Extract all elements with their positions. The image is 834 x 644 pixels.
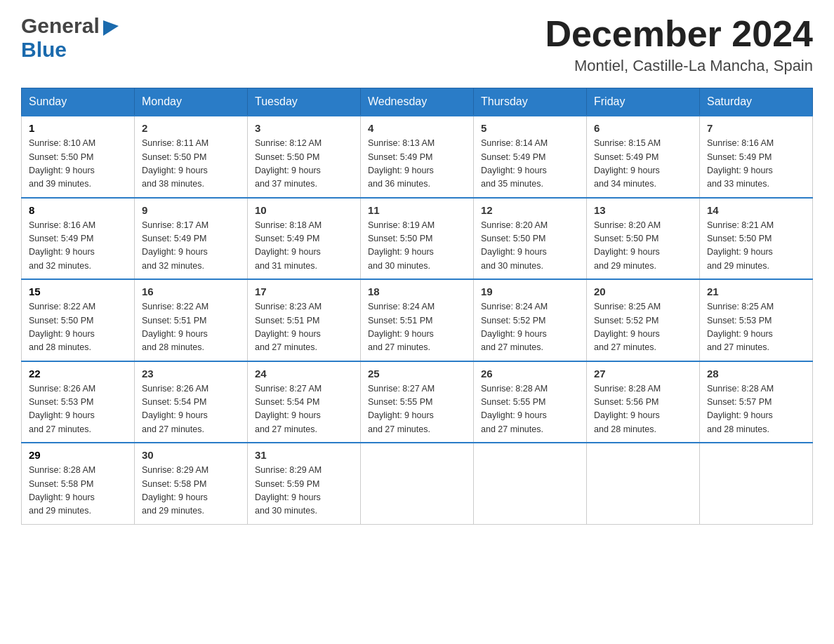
day-info: Sunrise: 8:24 AM Sunset: 5:52 PM Dayligh…	[481, 300, 579, 355]
calendar-cell: 23 Sunrise: 8:26 AM Sunset: 5:54 PM Dayl…	[135, 361, 248, 443]
calendar-week-row: 15 Sunrise: 8:22 AM Sunset: 5:50 PM Dayl…	[22, 279, 813, 361]
day-number: 8	[29, 204, 127, 216]
day-number: 24	[255, 368, 353, 380]
day-number: 12	[481, 204, 579, 216]
calendar-cell: 10 Sunrise: 8:18 AM Sunset: 5:49 PM Dayl…	[248, 198, 361, 280]
col-wednesday: Wednesday	[361, 88, 474, 116]
day-info: Sunrise: 8:13 AM Sunset: 5:49 PM Dayligh…	[368, 137, 466, 192]
calendar-cell: 13 Sunrise: 8:20 AM Sunset: 5:50 PM Dayl…	[587, 198, 700, 280]
day-number: 14	[707, 204, 805, 216]
calendar-week-row: 8 Sunrise: 8:16 AM Sunset: 5:49 PM Dayli…	[22, 198, 813, 280]
day-number: 17	[255, 286, 353, 297]
day-number: 21	[707, 286, 805, 297]
month-title: December 2024	[545, 14, 813, 54]
day-number: 30	[142, 449, 240, 461]
calendar-cell: 2 Sunrise: 8:11 AM Sunset: 5:50 PM Dayli…	[135, 116, 248, 198]
day-number: 22	[29, 368, 127, 380]
day-number: 7	[707, 122, 805, 134]
calendar-cell: 4 Sunrise: 8:13 AM Sunset: 5:49 PM Dayli…	[361, 116, 474, 198]
day-number: 26	[481, 368, 579, 380]
day-info: Sunrise: 8:21 AM Sunset: 5:50 PM Dayligh…	[707, 219, 805, 274]
calendar-cell: 1 Sunrise: 8:10 AM Sunset: 5:50 PM Dayli…	[22, 116, 135, 198]
day-number: 25	[368, 368, 466, 380]
day-number: 19	[481, 286, 579, 297]
calendar-week-row: 29 Sunrise: 8:28 AM Sunset: 5:58 PM Dayl…	[22, 443, 813, 524]
calendar-cell: 31 Sunrise: 8:29 AM Sunset: 5:59 PM Dayl…	[248, 443, 361, 524]
day-number: 31	[255, 449, 353, 461]
day-number: 6	[594, 122, 692, 134]
day-info: Sunrise: 8:28 AM Sunset: 5:57 PM Dayligh…	[707, 382, 805, 437]
calendar-cell: 22 Sunrise: 8:26 AM Sunset: 5:53 PM Dayl…	[22, 361, 135, 443]
day-number: 9	[142, 204, 240, 216]
day-info: Sunrise: 8:20 AM Sunset: 5:50 PM Dayligh…	[481, 219, 579, 274]
day-number: 1	[29, 122, 127, 134]
day-number: 10	[255, 204, 353, 216]
day-info: Sunrise: 8:28 AM Sunset: 5:55 PM Dayligh…	[481, 382, 579, 437]
day-info: Sunrise: 8:26 AM Sunset: 5:54 PM Dayligh…	[142, 382, 240, 437]
calendar-cell: 29 Sunrise: 8:28 AM Sunset: 5:58 PM Dayl…	[22, 443, 135, 524]
col-thursday: Thursday	[474, 88, 587, 116]
day-info: Sunrise: 8:27 AM Sunset: 5:54 PM Dayligh…	[255, 382, 353, 437]
day-info: Sunrise: 8:16 AM Sunset: 5:49 PM Dayligh…	[707, 137, 805, 192]
calendar-cell: 15 Sunrise: 8:22 AM Sunset: 5:50 PM Dayl…	[22, 279, 135, 361]
calendar-cell: 5 Sunrise: 8:14 AM Sunset: 5:49 PM Dayli…	[474, 116, 587, 198]
calendar-cell	[700, 443, 813, 524]
day-number: 20	[594, 286, 692, 297]
day-info: Sunrise: 8:19 AM Sunset: 5:50 PM Dayligh…	[368, 219, 466, 274]
calendar-cell: 20 Sunrise: 8:25 AM Sunset: 5:52 PM Dayl…	[587, 279, 700, 361]
col-sunday: Sunday	[22, 88, 135, 116]
day-number: 29	[29, 449, 127, 461]
calendar-cell	[587, 443, 700, 524]
day-info: Sunrise: 8:27 AM Sunset: 5:55 PM Dayligh…	[368, 382, 466, 437]
calendar-week-row: 1 Sunrise: 8:10 AM Sunset: 5:50 PM Dayli…	[22, 116, 813, 198]
logo: General Blue	[21, 14, 119, 62]
location-subtitle: Montiel, Castille-La Mancha, Spain	[545, 57, 813, 75]
col-friday: Friday	[587, 88, 700, 116]
day-info: Sunrise: 8:16 AM Sunset: 5:49 PM Dayligh…	[29, 219, 127, 274]
day-info: Sunrise: 8:24 AM Sunset: 5:51 PM Dayligh…	[368, 300, 466, 355]
calendar-cell: 16 Sunrise: 8:22 AM Sunset: 5:51 PM Dayl…	[135, 279, 248, 361]
col-tuesday: Tuesday	[248, 88, 361, 116]
day-info: Sunrise: 8:22 AM Sunset: 5:50 PM Dayligh…	[29, 300, 127, 355]
day-number: 18	[368, 286, 466, 297]
calendar-cell: 30 Sunrise: 8:29 AM Sunset: 5:58 PM Dayl…	[135, 443, 248, 524]
day-info: Sunrise: 8:12 AM Sunset: 5:50 PM Dayligh…	[255, 137, 353, 192]
col-monday: Monday	[135, 88, 248, 116]
day-number: 11	[368, 204, 466, 216]
col-saturday: Saturday	[700, 88, 813, 116]
day-number: 16	[142, 286, 240, 297]
calendar-cell: 25 Sunrise: 8:27 AM Sunset: 5:55 PM Dayl…	[361, 361, 474, 443]
calendar-cell: 14 Sunrise: 8:21 AM Sunset: 5:50 PM Dayl…	[700, 198, 813, 280]
logo-arrow-icon	[101, 16, 119, 36]
title-area: December 2024 Montiel, Castille-La Manch…	[545, 14, 813, 75]
day-info: Sunrise: 8:17 AM Sunset: 5:49 PM Dayligh…	[142, 219, 240, 274]
day-info: Sunrise: 8:25 AM Sunset: 5:52 PM Dayligh…	[594, 300, 692, 355]
day-info: Sunrise: 8:20 AM Sunset: 5:50 PM Dayligh…	[594, 219, 692, 274]
day-number: 4	[368, 122, 466, 134]
day-info: Sunrise: 8:23 AM Sunset: 5:51 PM Dayligh…	[255, 300, 353, 355]
day-info: Sunrise: 8:18 AM Sunset: 5:49 PM Dayligh…	[255, 219, 353, 274]
day-number: 5	[481, 122, 579, 134]
day-info: Sunrise: 8:15 AM Sunset: 5:49 PM Dayligh…	[594, 137, 692, 192]
calendar-cell: 28 Sunrise: 8:28 AM Sunset: 5:57 PM Dayl…	[700, 361, 813, 443]
calendar-cell	[361, 443, 474, 524]
day-number: 13	[594, 204, 692, 216]
day-info: Sunrise: 8:10 AM Sunset: 5:50 PM Dayligh…	[29, 137, 127, 192]
calendar-week-row: 22 Sunrise: 8:26 AM Sunset: 5:53 PM Dayl…	[22, 361, 813, 443]
page-header: General Blue December 2024 Montiel, Cast…	[21, 14, 813, 75]
day-info: Sunrise: 8:26 AM Sunset: 5:53 PM Dayligh…	[29, 382, 127, 437]
calendar-cell: 17 Sunrise: 8:23 AM Sunset: 5:51 PM Dayl…	[248, 279, 361, 361]
day-info: Sunrise: 8:28 AM Sunset: 5:56 PM Dayligh…	[594, 382, 692, 437]
day-info: Sunrise: 8:25 AM Sunset: 5:53 PM Dayligh…	[707, 300, 805, 355]
logo-blue-text: Blue	[21, 38, 67, 62]
day-info: Sunrise: 8:14 AM Sunset: 5:49 PM Dayligh…	[481, 137, 579, 192]
calendar-cell: 11 Sunrise: 8:19 AM Sunset: 5:50 PM Dayl…	[361, 198, 474, 280]
day-number: 28	[707, 368, 805, 380]
day-number: 2	[142, 122, 240, 134]
logo-general-text: General	[21, 14, 100, 38]
calendar-cell: 7 Sunrise: 8:16 AM Sunset: 5:49 PM Dayli…	[700, 116, 813, 198]
calendar-cell: 8 Sunrise: 8:16 AM Sunset: 5:49 PM Dayli…	[22, 198, 135, 280]
day-number: 15	[29, 286, 127, 297]
calendar-cell: 3 Sunrise: 8:12 AM Sunset: 5:50 PM Dayli…	[248, 116, 361, 198]
day-info: Sunrise: 8:28 AM Sunset: 5:58 PM Dayligh…	[29, 464, 127, 518]
